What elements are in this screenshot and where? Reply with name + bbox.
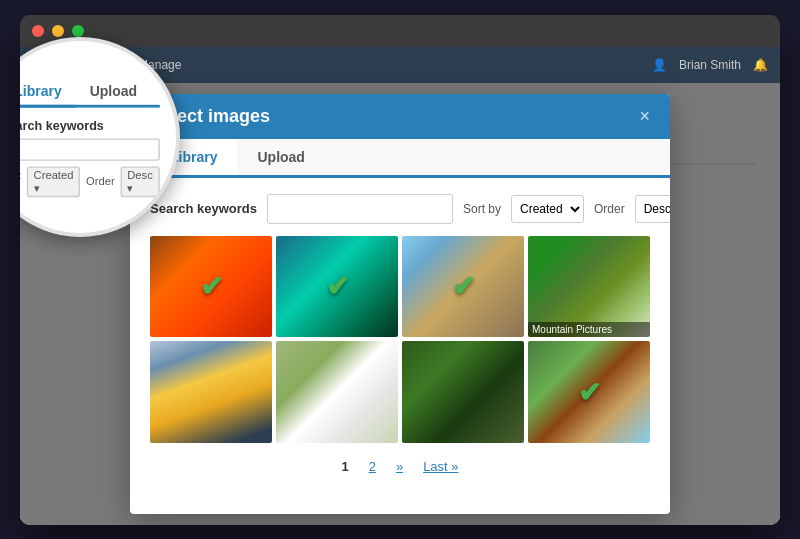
checkmark-3: ✔ bbox=[452, 270, 475, 303]
page-1-link[interactable]: 1 bbox=[333, 455, 356, 478]
image-cell-2[interactable]: ✔ bbox=[276, 236, 398, 338]
image-cell-1[interactable]: ✔ bbox=[150, 236, 272, 338]
image-4-label: Mountain Pictures bbox=[528, 322, 650, 337]
magnifier-inner: Library Upload Search keywords Sort by C… bbox=[20, 66, 171, 207]
magnifier-tabs: Library Upload bbox=[20, 77, 160, 106]
user-icon: 👤 bbox=[652, 58, 667, 72]
modal-tabs: Library Upload bbox=[130, 139, 670, 178]
magnifier-order-value: Desc ▾ bbox=[120, 165, 160, 196]
modal-close-button[interactable]: × bbox=[639, 107, 650, 125]
notifications-icon[interactable]: 🔔 bbox=[753, 58, 768, 72]
image-cell-4[interactable]: Mountain Pictures bbox=[528, 236, 650, 338]
pagination: 1 2 » Last » bbox=[150, 455, 650, 478]
magnifier-created-value: Created ▾ bbox=[27, 165, 81, 196]
tab-upload[interactable]: Upload bbox=[237, 139, 324, 178]
image-7 bbox=[402, 341, 524, 443]
magnifier-sortby-label: Sort by bbox=[20, 168, 21, 193]
close-button[interactable] bbox=[32, 25, 44, 37]
image-cell-8[interactable]: ✔ bbox=[528, 341, 650, 443]
sort-by-select[interactable]: Created Name bbox=[511, 195, 584, 223]
page-next-link[interactable]: » bbox=[388, 455, 411, 478]
select-images-modal: Select images × Library Upload Search ke… bbox=[130, 94, 670, 514]
page-2-link[interactable]: 2 bbox=[361, 455, 384, 478]
magnifier-tab-library: Library bbox=[20, 77, 76, 106]
magnifier-order-label: Order bbox=[86, 174, 115, 187]
order-label: Order bbox=[594, 202, 625, 216]
image-cell-5[interactable] bbox=[150, 341, 272, 443]
checkmark-2: ✔ bbox=[326, 270, 349, 303]
browser-content: ◀ Back to site ☰ Manage 👤 Brian Smith 🔔 … bbox=[20, 47, 780, 525]
order-select[interactable]: Desc Asc bbox=[635, 195, 670, 223]
image-5 bbox=[150, 341, 272, 443]
page-last-link[interactable]: Last » bbox=[415, 455, 466, 478]
magnifier-input bbox=[20, 137, 160, 159]
checkmark-8: ✔ bbox=[578, 375, 601, 408]
browser-window: ◀ Back to site ☰ Manage 👤 Brian Smith 🔔 … bbox=[20, 15, 780, 525]
image-cell-3[interactable]: ✔ bbox=[402, 236, 524, 338]
modal-footer: Select image(s) bbox=[130, 506, 670, 514]
sort-by-label: Sort by bbox=[463, 202, 501, 216]
image-6 bbox=[276, 341, 398, 443]
magnifier-sort-row: Sort by Created ▾ Order Desc ▾ bbox=[20, 165, 160, 196]
modal-body: Search keywords Sort by Created Name Ord… bbox=[130, 178, 670, 506]
checkmark-1: ✔ bbox=[200, 270, 223, 303]
minimize-button[interactable] bbox=[52, 25, 64, 37]
search-input[interactable] bbox=[267, 194, 453, 224]
image-cell-7[interactable] bbox=[402, 341, 524, 443]
magnifier-search-label: Search keywords bbox=[20, 118, 160, 132]
magnifier-tab-upload: Upload bbox=[76, 77, 151, 104]
image-cell-6[interactable] bbox=[276, 341, 398, 443]
magnifier: Library Upload Search keywords Sort by C… bbox=[20, 37, 180, 237]
magnifier-content: Library Upload Search keywords Sort by C… bbox=[20, 37, 180, 237]
maximize-button[interactable] bbox=[72, 25, 84, 37]
admin-bar-right: 👤 Brian Smith 🔔 bbox=[652, 58, 768, 72]
modal-header: Select images × bbox=[130, 94, 670, 139]
search-row: Search keywords Sort by Created Name Ord… bbox=[150, 194, 650, 224]
image-grid: ✔ ✔ ✔ Mountain Pictures bbox=[150, 236, 650, 443]
